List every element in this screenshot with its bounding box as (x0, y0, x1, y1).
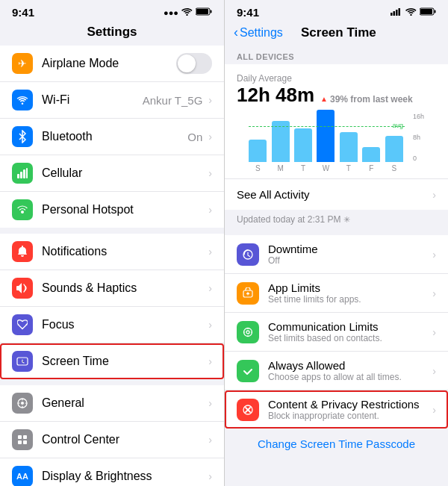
display-label: Display & Brightness (42, 470, 152, 483)
chart-bar-f: F (362, 147, 380, 172)
system-list: Notifications › Sounds & Haptics › (0, 234, 224, 379)
applimits-chevron: › (432, 287, 436, 299)
bluetooth-icon (12, 126, 33, 147)
chart-container: 16h 8h 0 avg S (237, 107, 436, 178)
updated-text: Updated today at 2:31 PM (237, 214, 340, 225)
chart-bar-m-bar (272, 121, 290, 162)
svg-rect-3 (211, 10, 212, 13)
daily-avg-label: Daily Average (237, 73, 436, 84)
chart-day-w: W (323, 164, 329, 172)
sounds-chevron: › (208, 282, 212, 294)
general-icon (12, 393, 33, 414)
svg-rect-14 (23, 435, 27, 439)
see-all-activity-button[interactable]: See All Activity › (225, 178, 448, 210)
updated-label: Updated today at 2:31 PM ✳ (225, 210, 448, 229)
st-item-commlimits[interactable]: Communication Limits Set limits based on… (225, 313, 448, 352)
chart-y-0: 0 (413, 155, 424, 162)
alwaysallowed-chevron: › (432, 365, 436, 377)
right-panel: 9:41 ‹ Settings Screen Time ALL DEVICES … (224, 0, 448, 486)
arrow-up-icon: ▲ (320, 95, 328, 103)
svg-rect-15 (18, 440, 22, 444)
nav-title: Screen Time (283, 25, 394, 40)
svg-rect-26 (396, 10, 398, 16)
status-bar-right: 9:41 (225, 0, 448, 22)
general-content: General › (42, 396, 212, 410)
controlcenter-label: Control Center (42, 433, 119, 446)
applimits-icon (237, 282, 259, 305)
daily-avg-time: 12h 48m ▲ 39% from last week (237, 84, 436, 107)
downtime-text: Downtime Off (268, 243, 429, 266)
settings-item-cellular[interactable]: Cellular › (0, 155, 224, 192)
commlimits-icon (237, 321, 259, 343)
settings-item-wifi[interactable]: Wi-Fi Ankur T_5G › (0, 82, 224, 119)
chart-bar-s1-bar (249, 140, 267, 162)
time-right: 9:41 (237, 6, 259, 19)
st-item-applimits[interactable]: App Limits Set time limits for apps. › (225, 274, 448, 313)
notifications-label: Notifications (42, 245, 107, 258)
back-chevron-icon: ‹ (234, 25, 238, 40)
back-label: Settings (240, 26, 283, 40)
all-devices-label: ALL DEVICES (225, 46, 448, 64)
avg-line (249, 126, 405, 127)
commlimits-sub: Set limits based on contacts. (268, 333, 429, 343)
sounds-label: Sounds & Haptics (42, 281, 137, 295)
svg-rect-7 (23, 169, 25, 178)
settings-group-connectivity: ✈ Airplane Mode Wi-Fi Ankur T_5G (0, 46, 224, 228)
hotspot-label: Personal Hotspot (42, 203, 134, 216)
svg-point-9 (21, 211, 24, 214)
bluetooth-chevron: › (208, 131, 212, 143)
svg-point-28 (410, 14, 411, 16)
notifications-content: Notifications › (42, 245, 212, 258)
wifi-content: Wi-Fi Ankur T_5G › (42, 93, 212, 107)
svg-rect-31 (435, 10, 436, 13)
chart-day-m: M (277, 164, 283, 172)
st-item-alwaysallowed[interactable]: Always Allowed Choose apps to allow at a… (225, 352, 448, 390)
settings-item-screentime[interactable]: Screen Time › (0, 343, 224, 379)
chart-bars: S M T W (249, 113, 424, 172)
screentime-chevron: › (208, 355, 212, 367)
settings-item-sounds[interactable]: Sounds & Haptics › (0, 270, 224, 307)
screentime-items-group: Downtime Off › App Limits Set time limit… (225, 235, 448, 429)
settings-item-controlcenter[interactable]: Control Center › (0, 422, 224, 458)
time-left: 9:41 (12, 6, 34, 19)
contentprivacy-icon (237, 399, 259, 421)
back-button[interactable]: ‹ Settings (234, 25, 283, 40)
hotspot-icon (12, 199, 33, 220)
commlimits-title: Communication Limits (268, 320, 429, 333)
settings-item-notifications[interactable]: Notifications › (0, 234, 224, 270)
applimits-text: App Limits Set time limits for apps. (268, 281, 429, 305)
settings-item-bluetooth[interactable]: Bluetooth On › (0, 119, 224, 155)
svg-rect-13 (18, 435, 22, 439)
general-label: General (42, 396, 84, 410)
daily-avg-card: Daily Average 12h 48m ▲ 39% from last we… (225, 64, 448, 178)
contentprivacy-sub: Block inappropriate content. (268, 411, 429, 421)
st-item-downtime[interactable]: Downtime Off › (225, 235, 448, 274)
chart-bar-s1: S (249, 140, 267, 172)
settings-item-general[interactable]: General › (0, 385, 224, 422)
focus-chevron: › (208, 319, 212, 331)
settings-item-hotspot[interactable]: Personal Hotspot › (0, 192, 224, 228)
chart-day-f: F (369, 164, 373, 172)
airplane-toggle[interactable] (176, 53, 212, 74)
wifi-chevron: › (208, 94, 212, 106)
svg-rect-5 (17, 174, 19, 178)
change-passcode-button[interactable]: Change Screen Time Passcode (225, 429, 448, 459)
svg-point-34 (246, 331, 249, 334)
st-item-contentprivacy[interactable]: Content & Privacy Restrictions Block ina… (225, 390, 448, 429)
settings-title: Settings (0, 22, 224, 46)
change-passcode-label: Change Screen Time Passcode (258, 437, 415, 450)
wifi-icon (12, 90, 33, 110)
see-all-label: See All Activity (237, 188, 310, 201)
chart-bar-t1-bar (294, 128, 312, 162)
device-list: General › Control Center › AA (0, 385, 224, 486)
chart-bar-w-bar (317, 110, 335, 162)
left-panel: 9:41 ●●● Settings ✈ Airplane Mode (0, 0, 224, 486)
settings-item-airplane[interactable]: ✈ Airplane Mode (0, 46, 224, 82)
settings-item-focus[interactable]: Focus › (0, 307, 224, 343)
display-icon: AA (12, 466, 33, 486)
status-icons-right (391, 7, 436, 17)
cellular-icon (12, 163, 33, 184)
settings-item-display[interactable]: AA Display & Brightness › (0, 458, 224, 486)
chart-y-16: 16h (413, 113, 424, 120)
chart-bar-w: W (317, 110, 335, 172)
